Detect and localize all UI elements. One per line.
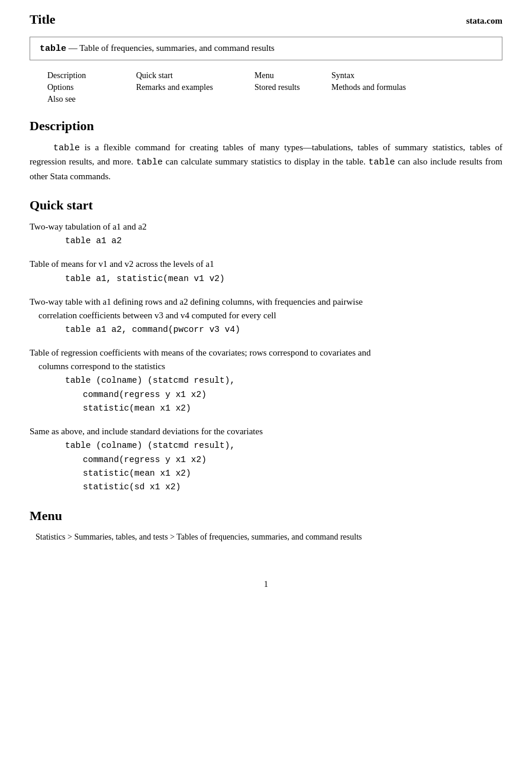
nav-also-see[interactable]: Also see — [47, 95, 136, 104]
qs-code-3: table a1 a2, command(pwcorr v3 v4) — [65, 323, 502, 337]
menu-section: Menu Statistics > Summaries, tables, and… — [30, 508, 502, 544]
qs-item-1: Two-way tabulation of a1 and a2 table a1… — [30, 220, 502, 248]
desc-text2: can calculate summary statistics to disp… — [166, 157, 369, 166]
stata-brand: stata.com — [466, 16, 502, 26]
desc-table3: table — [369, 157, 395, 167]
page-title: Title — [30, 12, 56, 27]
qs-code-5c: statistic(mean x1 x2) — [83, 467, 502, 480]
qs-code-4b: command(regress y x1 x2) — [83, 388, 502, 402]
qs-desc-2: Table of means for v1 and v2 across the … — [30, 257, 502, 271]
qs-desc-3: Two-way table with a1 defining rows and … — [30, 295, 502, 322]
qs-desc-5: Same as above, and include standard devi… — [30, 425, 502, 438]
description-heading: Description — [30, 118, 502, 134]
nav-menu[interactable]: Menu — [254, 71, 331, 80]
nav-remarks[interactable]: Remarks and examples — [136, 83, 254, 92]
desc-table1: table — [53, 143, 80, 153]
qs-item-3: Two-way table with a1 defining rows and … — [30, 295, 502, 337]
nav-links: Description Quick start Menu Syntax Opti… — [47, 71, 485, 104]
qs-code-1: table a1 a2 — [65, 234, 502, 248]
quick-start-section: Quick start Two-way tabulation of a1 and… — [30, 198, 502, 494]
qs-item-2: Table of means for v1 and v2 across the … — [30, 257, 502, 286]
menu-path: Statistics > Summaries, tables, and test… — [36, 531, 502, 544]
title-description: Table of frequencies, summaries, and com… — [79, 43, 275, 53]
command-name: table — [40, 44, 66, 54]
qs-item-4: Table of regression coefficients with me… — [30, 346, 502, 415]
description-body: table is a flexible command for creating… — [30, 141, 502, 183]
quick-start-heading: Quick start — [30, 198, 502, 213]
nav-syntax[interactable]: Syntax — [331, 71, 450, 80]
page-number: 1 — [264, 580, 268, 589]
qs-desc-4: Table of regression coefficients with me… — [30, 346, 502, 373]
qs-code-2: table a1, statistic(mean v1 v2) — [65, 272, 502, 286]
page-header: Title stata.com — [30, 12, 502, 27]
page-footer: 1 — [30, 580, 502, 589]
qs-code-5a: table (colname) (statcmd result), — [65, 439, 502, 453]
nav-methods[interactable]: Methods and formulas — [331, 83, 450, 92]
qs-code-4c: statistic(mean x1 x2) — [83, 402, 502, 415]
nav-quick-start[interactable]: Quick start — [136, 71, 254, 80]
qs-item-5: Same as above, and include standard devi… — [30, 425, 502, 494]
qs-code-4a: table (colname) (statcmd result), — [65, 374, 502, 388]
qs-desc-1: Two-way tabulation of a1 and a2 — [30, 220, 502, 234]
title-dash: — — [69, 43, 78, 53]
qs-code-5d: statistic(sd x1 x2) — [83, 480, 502, 494]
nav-description[interactable]: Description — [47, 71, 136, 80]
nav-stored-results[interactable]: Stored results — [254, 83, 331, 92]
desc-table2: table — [136, 157, 163, 167]
description-section: Description table is a flexible command … — [30, 118, 502, 183]
qs-code-5b: command(regress y x1 x2) — [83, 453, 502, 467]
nav-options[interactable]: Options — [47, 83, 136, 92]
title-box: table — Table of frequencies, summaries,… — [30, 37, 502, 60]
menu-heading: Menu — [30, 508, 502, 524]
